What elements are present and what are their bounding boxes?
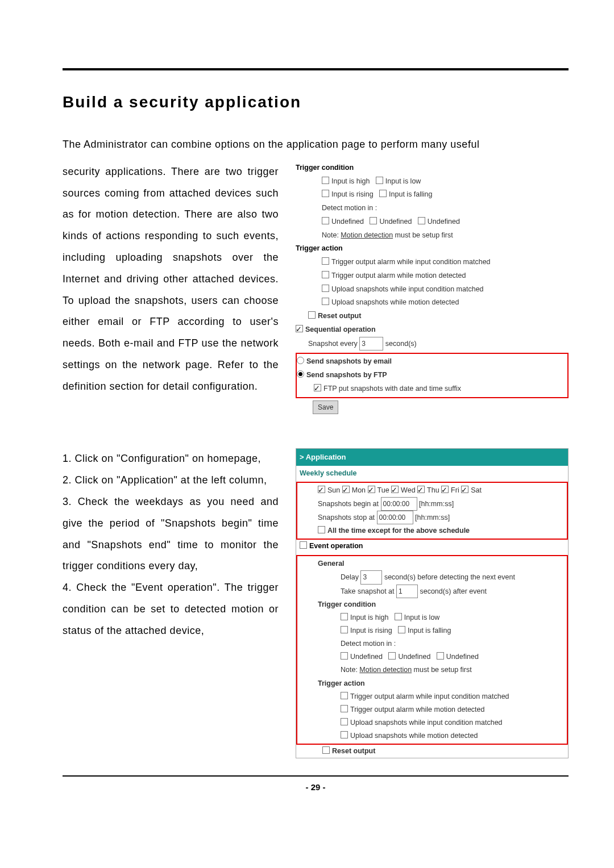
take-snapshot-input[interactable]: 1 [396, 585, 418, 598]
delay-label: Delay [341, 573, 360, 581]
body-paragraph: security applications. There are two tri… [63, 161, 279, 398]
checkbox-sat[interactable] [461, 486, 468, 493]
label-input-falling-2: Input is falling [408, 627, 451, 635]
checkbox-ftp-suffix[interactable] [314, 384, 321, 391]
label-send-ftp: Send snapshots by FTP [306, 371, 387, 379]
snapshots-begin-input[interactable]: 00:00:00 [381, 497, 417, 511]
weekly-schedule-heading: Weekly schedule [296, 466, 568, 481]
motion-note: Note: Motion detection must be setup fir… [296, 229, 569, 243]
snapshots-stop-label: Snapshots stop at [318, 514, 377, 521]
label-thu: Thu [427, 486, 439, 494]
checkbox-ta3[interactable] [322, 285, 329, 292]
step-4: 4. Check the "Event operation". The trig… [63, 577, 279, 641]
label-ta3: Upload snapshots while input condition m… [331, 285, 484, 293]
label-all-time-except: All the time except for the above schedu… [327, 527, 470, 535]
note-suffix-2: must be setup first [412, 666, 472, 674]
trigger-action-heading-2: Trigger action [318, 679, 365, 687]
label-ta3-2: Upload snapshots while input condition m… [350, 719, 503, 727]
checkbox-ta1-2[interactable] [341, 692, 348, 699]
label-input-high-2: Input is high [350, 614, 388, 621]
checkbox-ta3-2[interactable] [341, 718, 348, 725]
detect-motion-label-2: Detect motion in : [297, 637, 567, 650]
save-button[interactable]: Save [313, 400, 338, 415]
checkbox-sun[interactable] [318, 486, 325, 493]
take-snapshot-label: Take snapshot at [341, 587, 396, 595]
checkbox-event-operation[interactable] [300, 541, 307, 549]
checkbox-input-falling[interactable] [379, 190, 387, 197]
label-mon: Mon [352, 486, 366, 494]
label-reset-output: Reset output [318, 312, 361, 320]
checkbox-reset-output-2[interactable] [322, 746, 330, 754]
checkbox-undef-2c[interactable] [437, 652, 444, 660]
label-ftp-suffix: FTP put snapshots with date and time suf… [323, 385, 461, 393]
label-ta1: Trigger output alarm while input conditi… [331, 258, 491, 266]
label-input-low: Input is low [385, 177, 421, 185]
event-operation-heading: Event operation [309, 542, 363, 550]
label-sun: Sun [327, 486, 340, 494]
checkbox-undef-2a[interactable] [341, 652, 348, 660]
checkbox-mon[interactable] [342, 486, 350, 493]
checkbox-input-low[interactable] [376, 177, 383, 184]
checkbox-reset-output[interactable] [308, 311, 316, 319]
label-input-low-2: Input is low [404, 614, 440, 621]
snapshots-stop-input[interactable]: 00:00:00 [377, 511, 413, 524]
bottom-rule [63, 775, 569, 777]
label-send-email: Send snapshots by email [306, 357, 392, 365]
label-reset-output-2: Reset output [332, 747, 375, 755]
step-3: 3. Check the weekdays as you need and gi… [63, 491, 279, 577]
label-input-rising-2: Input is rising [350, 627, 392, 635]
checkbox-undef-2[interactable] [370, 217, 377, 224]
checkbox-ta2[interactable] [322, 271, 329, 278]
label-ta4: Upload snapshots while motion detected [331, 298, 459, 306]
top-rule [63, 68, 569, 70]
checkbox-undef-3[interactable] [418, 217, 425, 224]
checkbox-input-high[interactable] [322, 177, 329, 184]
application-header-bar: > Application [296, 449, 568, 466]
note-prefix: Note: [322, 231, 341, 239]
delay-suffix: second(s) before detecting the next even… [384, 573, 515, 581]
checkbox-sequential-operation[interactable] [296, 325, 303, 332]
label-input-high: Input is high [331, 177, 370, 185]
label-sat: Sat [471, 486, 482, 494]
checkbox-thu[interactable] [417, 486, 425, 493]
checkbox-input-high-2[interactable] [341, 613, 348, 620]
checkbox-ta4-2[interactable] [341, 731, 348, 738]
radio-send-email[interactable] [297, 357, 304, 364]
checkbox-ta2-2[interactable] [341, 705, 348, 712]
checkbox-all-time-except[interactable] [318, 526, 325, 533]
application-panel: > Application Weekly schedule Sun Mon Tu… [296, 448, 569, 758]
sequential-operation-heading: Sequential operation [305, 326, 376, 333]
page-heading: Build a security application [63, 93, 569, 111]
checkbox-ta1[interactable] [322, 257, 329, 265]
snapshot-every-suffix: second(s) [385, 340, 417, 348]
motion-detection-link-2[interactable]: Motion detection [359, 666, 412, 674]
checkbox-fri[interactable] [441, 486, 449, 493]
trigger-panel: Trigger condition Input is high Input is… [296, 161, 569, 415]
label-undef-2b: Undefined [398, 653, 430, 661]
delay-input[interactable]: 3 [360, 570, 382, 584]
label-ta4-2: Upload snapshots while motion detected [350, 732, 478, 740]
label-fri: Fri [451, 486, 459, 494]
checkbox-undef-1[interactable] [322, 217, 329, 224]
hhmmss-label-1: [hh:mm:ss] [419, 500, 454, 508]
checkbox-input-rising[interactable] [322, 190, 329, 197]
label-input-falling: Input is falling [389, 190, 432, 198]
label-undef-3: Undefined [428, 218, 460, 226]
label-ta1-2: Trigger output alarm while input conditi… [350, 692, 509, 700]
checkbox-undef-2b[interactable] [388, 652, 396, 660]
checkbox-tue[interactable] [368, 486, 375, 493]
checkbox-input-low-2[interactable] [395, 613, 402, 620]
label-ta2-2: Trigger output alarm while motion detect… [350, 706, 484, 713]
checkbox-input-falling-2[interactable] [398, 626, 405, 633]
snapshot-every-input[interactable]: 3 [359, 337, 383, 351]
checkbox-ta4[interactable] [322, 298, 329, 305]
step-2: 2. Click on "Application" at the left co… [63, 470, 279, 491]
step-1: 1. Click on "Configuration" on homepage, [63, 448, 279, 470]
checkbox-wed[interactable] [391, 486, 399, 493]
checkbox-input-rising-2[interactable] [341, 626, 348, 633]
label-undef-2a: Undefined [350, 653, 383, 661]
label-undef-2: Undefined [379, 218, 412, 226]
radio-send-ftp[interactable] [297, 370, 304, 378]
motion-detection-link[interactable]: Motion detection [341, 231, 393, 239]
note-prefix-2: Note: [341, 666, 359, 674]
